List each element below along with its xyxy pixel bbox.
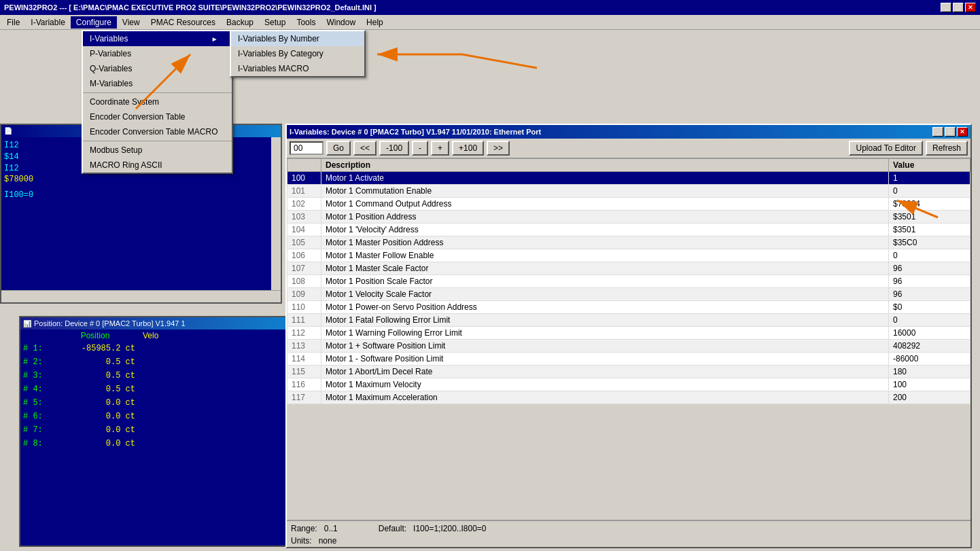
- row-desc: Motor 1 + Software Position Limit: [321, 340, 889, 353]
- menu-backup[interactable]: Backup: [221, 16, 259, 29]
- row-desc: Motor 1 - Software Position Limit: [321, 353, 889, 366]
- terminal-scrollbar[interactable]: [271, 137, 281, 290]
- row-val: $3501: [889, 211, 970, 224]
- ivars-minimize-button[interactable]: _: [932, 127, 943, 137]
- ivars-number-input[interactable]: [290, 141, 323, 155]
- row-num: 104: [287, 224, 321, 236]
- row-num: 116: [287, 378, 321, 391]
- maximize-button[interactable]: □: [953, 3, 964, 12]
- position-titlebar: 📊 Position: Device # 0 [PMAC2 Turbo] V1.…: [20, 317, 300, 330]
- row-desc: Motor 1 Velocity Scale Factor: [321, 288, 889, 301]
- row-desc: Motor 1 Position Scale Factor: [321, 275, 889, 288]
- table-row[interactable]: 114Motor 1 - Software Position Limit-860…: [287, 353, 970, 366]
- upload-to-editor-button[interactable]: Upload To Editor: [849, 141, 923, 156]
- position-header: Position Velo: [20, 330, 300, 342]
- menu-view[interactable]: View: [117, 16, 145, 29]
- row-val: 16000: [889, 327, 970, 340]
- nav-plus-button[interactable]: +: [431, 141, 449, 156]
- table-row[interactable]: 116Motor 1 Maximum Velocity100: [287, 378, 970, 391]
- units-label: Units:: [291, 536, 312, 546]
- table-row[interactable]: 105Motor 1 Master Position Address$35C0: [287, 236, 970, 249]
- close-button[interactable]: ✕: [965, 3, 976, 12]
- nav-plus100-button[interactable]: +100: [452, 141, 484, 156]
- table-row[interactable]: 110Motor 1 Power-on Servo Position Addre…: [287, 301, 970, 314]
- range-label: Range:: [291, 524, 317, 533]
- nav-minus100-button[interactable]: -100: [379, 141, 409, 156]
- table-row[interactable]: 117Motor 1 Maximum Acceleration200: [287, 391, 970, 404]
- configure-qvariables[interactable]: Q-Variables: [83, 61, 232, 76]
- row-val: 0: [889, 185, 970, 198]
- nav-rightright-button[interactable]: >>: [487, 141, 510, 156]
- menu-ivariable[interactable]: I-Variable: [25, 16, 70, 29]
- go-button[interactable]: Go: [326, 141, 351, 156]
- refresh-button[interactable]: Refresh: [926, 141, 968, 156]
- menu-configure[interactable]: Configure: [71, 16, 117, 29]
- row-num: 101: [287, 185, 321, 198]
- row-desc: Motor 1 Position Address: [321, 211, 889, 224]
- submenu-by-number[interactable]: I-Variables By Number: [231, 31, 364, 46]
- submenu-by-category[interactable]: I-Variables By Category: [231, 46, 364, 61]
- row-val: 0: [889, 249, 970, 262]
- table-row[interactable]: 115Motor 1 Abort/Lim Decel Rate180: [287, 366, 970, 378]
- pos-row-6: # 6: 0.0 ct: [20, 410, 300, 423]
- position-rows: # 1: -85985.2 ct # 2: 0.5 ct # 3: 0.5 ct…: [20, 342, 300, 450]
- row-num: 107: [287, 262, 321, 275]
- pos-row-2: # 2: 0.5 ct: [20, 355, 300, 369]
- table-row[interactable]: 103Motor 1 Position Address$3501: [287, 211, 970, 224]
- table-row[interactable]: 104Motor 1 'Velocity' Address$3501: [287, 224, 970, 236]
- row-num: 108: [287, 275, 321, 288]
- table-row[interactable]: 111Motor 1 Fatal Following Error Limit0: [287, 314, 970, 327]
- ivars-window-buttons: _ □ ✕: [932, 127, 968, 137]
- row-val: $3501: [889, 224, 970, 236]
- submenu-macro[interactable]: I-Variables MACRO: [231, 61, 364, 76]
- terminal-input[interactable]: [3, 291, 279, 302]
- menu-pmac-resources[interactable]: PMAC Resources: [145, 16, 221, 29]
- minimize-button[interactable]: _: [941, 3, 951, 12]
- row-val: 408292: [889, 340, 970, 353]
- row-desc: Motor 1 Activate: [321, 172, 889, 185]
- table-row[interactable]: 108Motor 1 Position Scale Factor96: [287, 275, 970, 288]
- ivars-title: I-Variables: Device # 0 [PMAC2 Turbo] V1…: [290, 128, 541, 136]
- nav-minus-button[interactable]: -: [412, 141, 428, 156]
- configure-ivariables[interactable]: I-Variables ►: [83, 31, 232, 46]
- table-row[interactable]: 100Motor 1 Activate1: [287, 172, 970, 185]
- table-row[interactable]: 112Motor 1 Warning Following Error Limit…: [287, 327, 970, 340]
- ivars-table: Description Value 100Motor 1 Activate110…: [287, 158, 970, 404]
- table-row[interactable]: 113Motor 1 + Software Position Limit4082…: [287, 340, 970, 353]
- configure-pvariables[interactable]: P-Variables: [83, 46, 232, 61]
- table-row[interactable]: 102Motor 1 Command Output Address$78004: [287, 198, 970, 211]
- table-row[interactable]: 101Motor 1 Commutation Enable0: [287, 185, 970, 198]
- ivars-footer: Range: 0..1 Default: I100=1;I200..I800=0…: [287, 520, 970, 547]
- units-value: none: [319, 536, 337, 546]
- configure-macro-ring[interactable]: MACRO Ring ASCII: [83, 158, 232, 173]
- row-val: 0: [889, 314, 970, 327]
- separator-1: [83, 92, 232, 93]
- ivars-close-button[interactable]: ✕: [957, 127, 968, 137]
- configure-mvariables[interactable]: M-Variables: [83, 76, 232, 91]
- ivars-table-container[interactable]: Description Value 100Motor 1 Activate110…: [287, 158, 970, 525]
- velocity-col-header: Velo: [143, 331, 158, 340]
- terminal-input-bar: [1, 290, 281, 302]
- menu-setup[interactable]: Setup: [259, 16, 291, 29]
- table-row[interactable]: 106Motor 1 Master Follow Enable0: [287, 249, 970, 262]
- row-num: 111: [287, 314, 321, 327]
- menu-tools[interactable]: Tools: [291, 16, 321, 29]
- configure-coord-system[interactable]: Coordinate System: [83, 94, 232, 109]
- configure-modbus[interactable]: Modbus Setup: [83, 143, 232, 158]
- row-val: $35C0: [889, 236, 970, 249]
- row-num: 117: [287, 391, 321, 404]
- pos-row-7: # 7: 0.0 ct: [20, 423, 300, 437]
- pos-row-1: # 1: -85985.2 ct: [20, 342, 300, 355]
- ivars-maximize-button[interactable]: □: [945, 127, 956, 137]
- row-val: 96: [889, 262, 970, 275]
- table-row[interactable]: 109Motor 1 Velocity Scale Factor96: [287, 288, 970, 301]
- menu-help[interactable]: Help: [361, 16, 389, 29]
- configure-encoder-conv[interactable]: Encoder Conversion Table: [83, 109, 232, 124]
- table-row[interactable]: 107Motor 1 Master Scale Factor96: [287, 262, 970, 275]
- menu-file[interactable]: File: [1, 16, 25, 29]
- col-header-desc: Description: [321, 159, 889, 172]
- menu-window[interactable]: Window: [321, 16, 361, 29]
- nav-leftleft-button[interactable]: <<: [353, 141, 377, 156]
- configure-encoder-macro[interactable]: Encoder Conversion Table MACRO: [83, 124, 232, 139]
- row-num: 109: [287, 288, 321, 301]
